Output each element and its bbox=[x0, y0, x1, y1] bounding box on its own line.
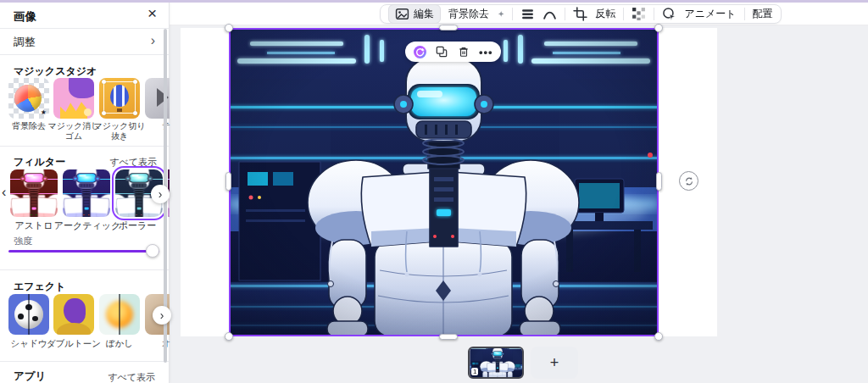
apps-show-all[interactable]: すべて表示 bbox=[108, 371, 155, 383]
close-icon[interactable]: × bbox=[147, 5, 157, 22]
design-page[interactable]: ••• bbox=[181, 28, 717, 336]
position-button[interactable]: 配置 bbox=[753, 7, 773, 21]
resize-handle-top-left[interactable] bbox=[225, 24, 233, 32]
magic-regenerate-button[interactable] bbox=[413, 45, 426, 58]
effect-label: ぼかし bbox=[92, 338, 147, 348]
delete-button[interactable] bbox=[457, 45, 470, 58]
trash-icon bbox=[458, 46, 470, 58]
more-options-button[interactable]: ••• bbox=[479, 46, 493, 58]
line-weight-icon[interactable] bbox=[520, 7, 535, 21]
apps-title: アプリ bbox=[14, 369, 46, 383]
transparency-icon[interactable] bbox=[632, 7, 646, 21]
robot-illustration bbox=[229, 28, 659, 336]
flip-button[interactable]: 反転 bbox=[595, 7, 615, 21]
animate-icon bbox=[662, 7, 676, 21]
bg-remove-button[interactable]: 背景除去 bbox=[448, 7, 489, 21]
intensity-slider-thumb[interactable] bbox=[146, 244, 159, 258]
magic-eraser-tile[interactable] bbox=[53, 78, 94, 119]
filters-next-button[interactable]: › bbox=[151, 185, 170, 203]
chevron-right-icon: › bbox=[160, 308, 164, 322]
resize-handle-right[interactable] bbox=[656, 172, 662, 191]
badge-dot bbox=[84, 108, 92, 116]
intensity-slider-track[interactable] bbox=[8, 250, 159, 253]
intensity-label: 強度 bbox=[14, 235, 32, 247]
rotate-icon bbox=[684, 176, 694, 186]
resize-handle-top[interactable] bbox=[439, 25, 458, 31]
plus-icon: + bbox=[550, 354, 559, 372]
sparkle-icon: ✦ bbox=[498, 9, 504, 19]
separator bbox=[744, 8, 745, 20]
chevron-left-icon[interactable]: ‹ bbox=[2, 185, 6, 200]
separator bbox=[565, 8, 565, 20]
filter-thumb-arctic[interactable] bbox=[63, 169, 110, 217]
duplicate-icon bbox=[436, 46, 448, 58]
filter-thumb-astro[interactable] bbox=[10, 169, 58, 217]
window-top-strip bbox=[0, 0, 868, 3]
profile-head-art bbox=[64, 298, 86, 324]
divider bbox=[0, 361, 169, 362]
separator bbox=[512, 8, 513, 20]
image-panel: 画像 × 調整 › マジックスタジオ ★ 背景除去 マジック消しゴム マジック切… bbox=[0, 0, 170, 383]
edit-button[interactable]: 編集 bbox=[388, 4, 441, 24]
curve-icon[interactable] bbox=[542, 7, 557, 21]
separator bbox=[623, 8, 624, 20]
handle-dot bbox=[133, 111, 137, 115]
handle-dot bbox=[133, 80, 137, 84]
animate-button[interactable]: アニメート bbox=[684, 7, 736, 21]
divider bbox=[0, 269, 169, 270]
effect-duotone-tile[interactable] bbox=[53, 294, 94, 335]
handle-dot bbox=[102, 111, 106, 115]
context-toolbar: 編集 背景除去 ✦ 反転 アニメート 配置 bbox=[380, 4, 782, 24]
filters-show-all[interactable]: すべて表示 bbox=[109, 156, 157, 169]
effects-title: エフェクト bbox=[14, 280, 65, 294]
balloon-art bbox=[110, 85, 129, 107]
eraser-art bbox=[69, 78, 94, 98]
resize-handle-bottom-left[interactable] bbox=[225, 332, 233, 341]
beach-ball-art bbox=[14, 85, 42, 112]
tile-label: マジック切り抜き bbox=[92, 121, 147, 142]
edit-label: 編集 bbox=[414, 7, 434, 21]
filters-title: フィルター bbox=[14, 155, 65, 169]
resize-handle-left[interactable] bbox=[225, 172, 231, 191]
divider bbox=[0, 146, 169, 147]
panel-title: 画像 bbox=[14, 9, 36, 25]
page-number-badge: 1 bbox=[471, 368, 478, 375]
magic-bg-remove-tile[interactable]: ★ bbox=[8, 78, 49, 119]
divider bbox=[0, 54, 169, 55]
star-badge-icon: ★ bbox=[41, 108, 47, 116]
filter-label: ポーラー bbox=[110, 219, 164, 232]
separator bbox=[654, 8, 654, 20]
resize-handle-bottom-right[interactable] bbox=[654, 332, 663, 341]
effect-blur-tile[interactable] bbox=[99, 294, 140, 335]
shoulder-art bbox=[57, 323, 91, 335]
image-icon bbox=[395, 7, 409, 21]
chevron-right-icon: › bbox=[159, 187, 163, 201]
magic-grab-tile[interactable] bbox=[99, 78, 140, 119]
effect-shadow-tile[interactable] bbox=[8, 294, 49, 335]
crop-icon[interactable] bbox=[573, 7, 587, 21]
resize-handle-top-right[interactable] bbox=[654, 24, 663, 32]
robot-image[interactable] bbox=[229, 28, 659, 336]
divider bbox=[0, 28, 169, 29]
duplicate-button[interactable] bbox=[435, 45, 448, 58]
effects-next-button[interactable]: › bbox=[153, 306, 171, 325]
balloon-basket-art bbox=[117, 108, 122, 112]
split-line bbox=[119, 294, 120, 335]
rotate-handle[interactable] bbox=[679, 171, 698, 191]
canvas-workspace: 編集 背景除去 ✦ 反転 アニメート 配置 bbox=[170, 0, 868, 383]
chevron-right-icon[interactable]: › bbox=[151, 33, 155, 48]
split-line bbox=[28, 294, 30, 335]
adjust-row-label[interactable]: 調整 bbox=[14, 35, 36, 50]
magic-studio-title: マジックスタジオ bbox=[14, 64, 97, 79]
page-thumbnail-1[interactable]: 1 bbox=[468, 347, 524, 379]
add-page-button[interactable]: + bbox=[531, 347, 578, 379]
crown-art bbox=[60, 100, 87, 119]
resize-handle-bottom[interactable] bbox=[439, 334, 458, 340]
handle-dot bbox=[102, 80, 106, 84]
image-quick-toolbar: ••• bbox=[405, 42, 501, 62]
magic-regenerate-icon bbox=[414, 46, 426, 58]
